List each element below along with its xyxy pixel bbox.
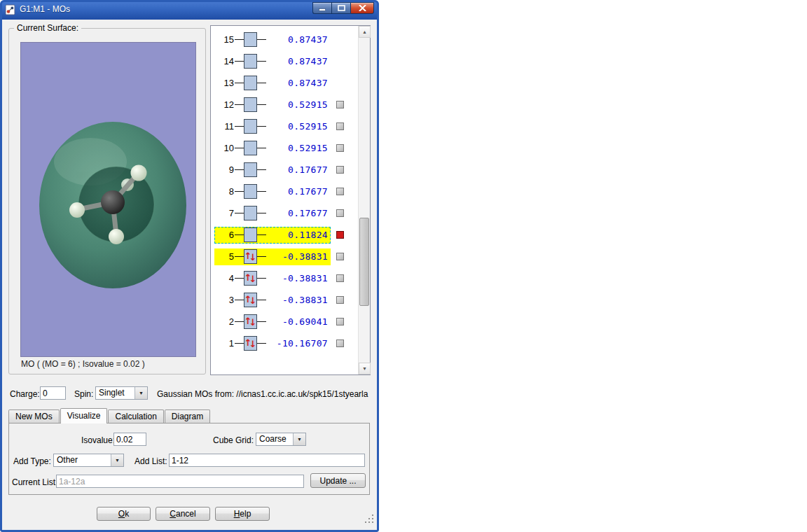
tab-visualize[interactable]: Visualize bbox=[60, 408, 108, 424]
mo-occupancy-box[interactable]: ↑↓ bbox=[244, 227, 257, 242]
mo-row[interactable]: 8 ↑↓ 0.17677 bbox=[211, 181, 358, 202]
mo-checkbox[interactable] bbox=[336, 296, 344, 304]
scroll-up-button[interactable]: ▲ bbox=[359, 26, 371, 38]
mo-occupancy-box[interactable]: ↑↓ bbox=[244, 141, 257, 155]
mo-line-left bbox=[235, 213, 244, 214]
help-button[interactable]: Help bbox=[215, 507, 270, 521]
minimize-button[interactable] bbox=[312, 2, 331, 14]
mo-occupancy-box[interactable]: ↑↓ bbox=[244, 184, 257, 199]
mo-row-main[interactable]: 10 ↑↓ 0.52915 bbox=[214, 140, 331, 157]
add-list-label: Add List: bbox=[134, 456, 167, 466]
mo-occupancy-box[interactable]: ↑↓ bbox=[244, 97, 257, 112]
resize-grip[interactable] bbox=[372, 522, 373, 523]
mo-checkbox[interactable] bbox=[336, 318, 344, 326]
mo-line-right bbox=[257, 148, 266, 148]
mo-row-main[interactable]: 9 ↑↓ 0.17677 bbox=[214, 162, 331, 178]
mo-line-left bbox=[235, 256, 244, 257]
mo-checkbox[interactable] bbox=[336, 144, 344, 152]
mo-line-left bbox=[235, 300, 244, 300]
mo-checkbox[interactable] bbox=[336, 122, 344, 130]
update-button[interactable]: Update ... bbox=[310, 473, 366, 488]
mo-row[interactable]: 13 ↑↓ 0.87437 bbox=[211, 72, 358, 94]
mo-row[interactable]: 14 ↑↓ 0.87437 bbox=[211, 50, 358, 72]
mo-occupancy-box[interactable]: ↑↓ bbox=[244, 119, 257, 134]
mo-checkbox[interactable] bbox=[336, 340, 344, 347]
mo-row-main[interactable]: 13 ↑↓ 0.87437 bbox=[214, 75, 331, 92]
charge-input[interactable] bbox=[40, 386, 66, 400]
cube-grid-select[interactable]: Coarse ▼ bbox=[256, 433, 306, 446]
mo-row[interactable]: 11 ↑↓ 0.52915 bbox=[211, 115, 358, 137]
mo-occupancy-box[interactable]: ↑↓ bbox=[244, 76, 257, 90]
mo-row[interactable]: 1 ↑↓ -10.16707 bbox=[211, 332, 358, 354]
maximize-button[interactable] bbox=[331, 2, 350, 14]
tab-calculation[interactable]: Calculation bbox=[108, 410, 163, 423]
charge-label: Charge: bbox=[10, 389, 40, 399]
mo-row[interactable]: 9 ↑↓ 0.17677 bbox=[211, 159, 358, 181]
mo-row-main[interactable]: 4 ↑↓ -0.38831 bbox=[214, 270, 331, 287]
mo-row-main[interactable]: 7 ↑↓ 0.17677 bbox=[214, 205, 331, 222]
mo-occupancy-box[interactable]: ↑↓ bbox=[244, 293, 257, 307]
mo-checkbox[interactable] bbox=[336, 101, 344, 108]
mo-line-right bbox=[257, 234, 266, 235]
add-type-select[interactable]: Other ▼ bbox=[53, 454, 124, 467]
current-list-input[interactable] bbox=[56, 475, 304, 488]
mo-row[interactable]: 12 ↑↓ 0.52915 bbox=[211, 94, 358, 115]
mo-occupancy-box[interactable]: ↑↓ bbox=[244, 54, 257, 69]
tab-new-mos[interactable]: New MOs bbox=[8, 410, 60, 423]
mo-row-main[interactable]: 12 ↑↓ 0.52915 bbox=[214, 97, 331, 113]
spin-dropdown-button[interactable]: ▼ bbox=[134, 387, 147, 399]
mo-checkbox[interactable] bbox=[336, 166, 344, 174]
mo-row[interactable]: 15 ↑↓ 0.87437 bbox=[211, 29, 358, 50]
mo-row-main[interactable]: 11 ↑↓ 0.52915 bbox=[214, 118, 331, 135]
ok-button[interactable]: Ok bbox=[97, 507, 151, 521]
add-list-input[interactable] bbox=[169, 454, 365, 467]
mo-row-main[interactable]: 5 ↑↓ -0.38831 bbox=[214, 248, 331, 265]
tab-diagram[interactable]: Diagram bbox=[165, 410, 210, 423]
mo-row-main[interactable]: 15 ↑↓ 0.87437 bbox=[214, 31, 331, 48]
isovalue-label: Isovalue: bbox=[76, 435, 115, 445]
spin-select[interactable]: Singlet ▼ bbox=[95, 386, 148, 400]
mo-row-main[interactable]: 6 ↑↓ 0.11824 bbox=[214, 227, 331, 244]
mo-row-main[interactable]: 1 ↑↓ -10.16707 bbox=[214, 335, 331, 352]
mo-occupancy-box[interactable]: ↑↓ bbox=[244, 206, 257, 220]
mo-row[interactable]: 2 ↑↓ -0.69041 bbox=[211, 311, 358, 332]
mo-occupancy-box[interactable]: ↑↓ bbox=[244, 314, 257, 329]
cancel-button[interactable]: Cancel bbox=[156, 507, 210, 521]
mo-occupancy-box[interactable]: ↑↓ bbox=[244, 162, 257, 177]
close-button[interactable] bbox=[350, 2, 374, 14]
mo-occupancy-box[interactable]: ↑↓ bbox=[244, 271, 257, 286]
mo-row[interactable]: 5 ↑↓ -0.38831 bbox=[211, 246, 358, 267]
isovalue-input[interactable] bbox=[113, 433, 146, 446]
mo-scrollbar[interactable]: ▲ ▼ bbox=[358, 26, 370, 374]
mo-row-main[interactable]: 8 ↑↓ 0.17677 bbox=[214, 183, 331, 200]
mo-line-left bbox=[235, 278, 244, 279]
mo-occupancy-box[interactable]: ↑↓ bbox=[244, 32, 257, 47]
mo-checkbox[interactable] bbox=[336, 231, 344, 239]
mo-line-left bbox=[235, 234, 244, 235]
mo-line-right bbox=[257, 126, 266, 127]
cube-grid-dropdown-button[interactable]: ▼ bbox=[293, 433, 305, 445]
mo-line-left bbox=[235, 61, 244, 62]
mo-checkbox[interactable] bbox=[336, 253, 344, 260]
mo-checkbox[interactable] bbox=[336, 209, 344, 217]
mo-number: 9 bbox=[217, 164, 235, 175]
mo-energy: -0.38831 bbox=[266, 273, 328, 284]
scrollbar-thumb[interactable] bbox=[359, 218, 369, 306]
molecule-viewport[interactable] bbox=[20, 42, 196, 357]
mo-occupancy-box[interactable]: ↑↓ bbox=[244, 336, 257, 351]
mo-checkbox[interactable] bbox=[336, 274, 344, 282]
mo-row[interactable]: 7 ↑↓ 0.17677 bbox=[211, 202, 358, 224]
titlebar[interactable]: G1:M1 - MOs bbox=[0, 0, 379, 20]
add-type-dropdown-button[interactable]: ▼ bbox=[111, 454, 123, 466]
mo-row[interactable]: 6 ↑↓ 0.11824 bbox=[211, 224, 358, 246]
scroll-down-button[interactable]: ▼ bbox=[359, 363, 371, 374]
mo-checkbox[interactable] bbox=[336, 188, 344, 195]
mo-row-main[interactable]: 3 ↑↓ -0.38831 bbox=[214, 292, 331, 309]
mo-occupancy-box[interactable]: ↑↓ bbox=[244, 249, 257, 264]
mo-line-right bbox=[257, 256, 266, 257]
mo-row[interactable]: 10 ↑↓ 0.52915 bbox=[211, 137, 358, 159]
mo-row-main[interactable]: 2 ↑↓ -0.69041 bbox=[214, 314, 331, 330]
mo-row[interactable]: 3 ↑↓ -0.38831 bbox=[211, 289, 358, 311]
mo-row-main[interactable]: 14 ↑↓ 0.87437 bbox=[214, 53, 331, 70]
mo-row[interactable]: 4 ↑↓ -0.38831 bbox=[211, 267, 358, 289]
